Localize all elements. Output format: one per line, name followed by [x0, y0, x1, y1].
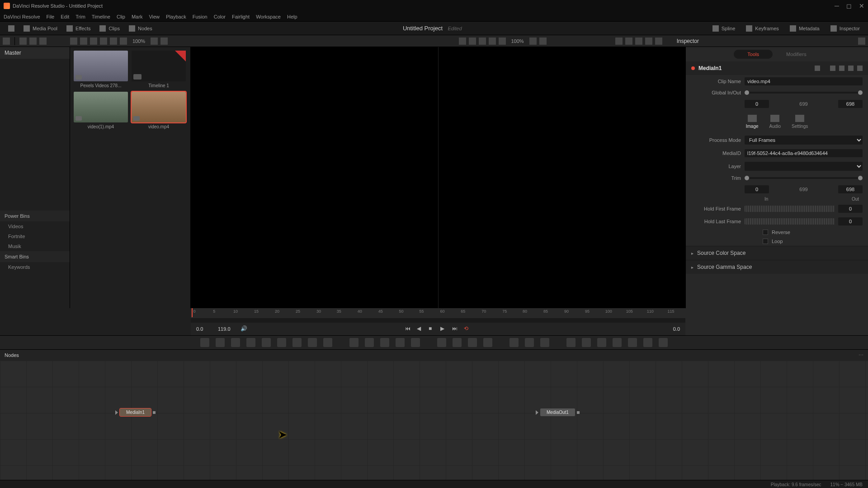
inspector-toggle[interactable]: Inspector — [826, 23, 864, 33]
subtab-image[interactable]: Image — [746, 115, 759, 129]
menu-clip[interactable]: Clip — [117, 14, 125, 19]
viewer-safe-icon[interactable] — [489, 38, 496, 45]
effects-toggle[interactable]: Effects — [62, 23, 95, 33]
viewer-layout-icon[interactable] — [459, 38, 466, 45]
hold-first-value[interactable]: 0 — [838, 205, 863, 213]
node-mediain1[interactable]: MediaIn1 — [115, 408, 156, 416]
nodes-canvas[interactable]: MediaIn1 MediaOut1 ➤ — [0, 361, 868, 480]
global-out[interactable]: 698 — [838, 100, 863, 108]
keyframes-toggle[interactable]: Keyframes — [741, 23, 783, 33]
viewer-opt2-icon[interactable] — [160, 38, 168, 45]
nodes-toggle[interactable]: Nodes — [124, 23, 157, 33]
bin-master[interactable]: Master — [0, 47, 70, 59]
tool-pemitter[interactable] — [540, 338, 549, 347]
viewer-channel-icon[interactable] — [469, 38, 476, 45]
menu-timeline[interactable]: Timeline — [92, 14, 110, 19]
options-icon[interactable] — [120, 38, 127, 45]
viewer2-grid-icon[interactable] — [635, 38, 642, 45]
inspector-expand-icon[interactable] — [858, 38, 865, 45]
clip-name-input[interactable] — [745, 77, 863, 85]
clip-video1[interactable]: video(1).mp4 — [74, 92, 128, 129]
nav-back-icon[interactable] — [19, 38, 27, 45]
menu-playback[interactable]: Playback — [166, 14, 186, 19]
stop-button[interactable]: ■ — [429, 325, 436, 333]
media-pool-toggle[interactable]: Media Pool — [19, 23, 62, 33]
more-icon[interactable] — [39, 38, 47, 45]
viewer2-safe-icon[interactable] — [645, 38, 652, 45]
subtab-audio[interactable]: Audio — [769, 115, 781, 129]
hold-last-value[interactable]: 0 — [838, 217, 863, 225]
viewer2-opt2-icon[interactable] — [539, 38, 547, 45]
tool-fastnoise[interactable] — [216, 338, 225, 347]
node-pin-icon[interactable] — [830, 66, 835, 71]
viewer-left-canvas[interactable] — [191, 47, 438, 308]
bin-videos[interactable]: Videos — [0, 221, 70, 231]
global-slider[interactable] — [745, 92, 863, 94]
tool-text[interactable] — [231, 338, 240, 347]
process-mode-select[interactable]: Full Frames — [745, 136, 863, 145]
clips-toggle[interactable]: Clips — [95, 23, 124, 33]
inspector-tab-tools[interactable]: Tools — [734, 50, 773, 59]
menu-workspace[interactable]: Workspace — [256, 14, 281, 19]
viewer-grid-icon[interactable] — [479, 38, 486, 45]
tool-3d-merge[interactable] — [643, 338, 652, 347]
loop-button[interactable]: ⟲ — [464, 325, 471, 333]
nodes-options-icon[interactable]: ⋯ — [859, 352, 863, 358]
bin-fortnite[interactable]: Fortnite — [0, 231, 70, 241]
expand-button[interactable] — [4, 23, 19, 33]
zoom-left[interactable]: 100% — [130, 38, 148, 44]
tool-letterbox[interactable] — [411, 338, 420, 347]
zoom-right[interactable]: 100% — [509, 38, 527, 44]
viewer2-layout-icon[interactable] — [615, 38, 623, 45]
tool-transform[interactable] — [365, 338, 374, 347]
play-reverse-button[interactable]: ◀ — [417, 325, 424, 333]
tool-3d-render[interactable] — [659, 338, 668, 347]
viewer-right-canvas[interactable] — [439, 47, 686, 308]
last-frame-button[interactable]: ⏭ — [452, 325, 459, 333]
hold-first-wheel[interactable] — [745, 206, 835, 212]
tool-prender[interactable] — [525, 338, 534, 347]
tool-3d-image[interactable] — [566, 338, 576, 347]
menu-color[interactable]: Color — [214, 14, 226, 19]
tool-3d-camera[interactable] — [613, 338, 622, 347]
trim-in[interactable]: 0 — [745, 185, 769, 193]
viewer2-opt1-icon[interactable] — [529, 38, 537, 45]
bin-musik[interactable]: Musik — [0, 241, 70, 251]
viewer-more-icon[interactable] — [499, 38, 506, 45]
tool-particles[interactable] — [509, 338, 519, 347]
minimize-button[interactable]: ─ — [835, 2, 839, 9]
first-frame-button[interactable]: ⏮ — [405, 325, 412, 333]
list-view-icon[interactable] — [90, 38, 97, 45]
viewer-opt1-icon[interactable] — [151, 38, 158, 45]
tool-colorcorrect[interactable] — [292, 338, 302, 347]
tool-mask[interactable] — [277, 338, 286, 347]
source-gamma-space[interactable]: ▸Source Gamma Space — [686, 260, 868, 274]
metadata-toggle[interactable]: Metadata — [785, 23, 824, 33]
tool-polygon[interactable] — [468, 338, 477, 347]
reverse-checkbox[interactable] — [763, 230, 768, 235]
play-button[interactable]: ▶ — [440, 325, 448, 333]
thumb-view-icon[interactable] — [70, 38, 77, 45]
smart-bins-header[interactable]: Smart Bins — [0, 251, 70, 262]
bin-view-icon[interactable] — [3, 38, 10, 45]
tool-resize[interactable] — [380, 338, 389, 347]
menu-edit[interactable]: Edit — [61, 14, 69, 19]
trim-out[interactable]: 698 — [838, 185, 863, 193]
search-icon[interactable] — [100, 38, 107, 45]
source-color-space[interactable]: ▸Source Color Space — [686, 246, 868, 260]
node-edit-icon[interactable] — [839, 66, 844, 71]
subtab-settings[interactable]: Settings — [792, 115, 808, 129]
menu-view[interactable]: View — [149, 14, 160, 19]
tool-paint[interactable] — [246, 338, 255, 347]
maximize-button[interactable]: ◻ — [846, 2, 852, 9]
power-bins-header[interactable]: Power Bins — [0, 211, 70, 221]
tool-tracker[interactable] — [262, 338, 271, 347]
tool-3d-shape[interactable] — [582, 338, 591, 347]
tool-blur[interactable] — [323, 338, 332, 347]
nav-fwd-icon[interactable] — [29, 38, 37, 45]
sort-icon[interactable] — [110, 38, 117, 45]
tool-crop[interactable] — [396, 338, 405, 347]
tool-3d-text[interactable] — [597, 338, 606, 347]
layer-select[interactable] — [745, 162, 863, 171]
timeline-ruler[interactable]: 0 5 10 15 20 25 30 35 40 45 50 55 60 65 … — [191, 308, 685, 318]
